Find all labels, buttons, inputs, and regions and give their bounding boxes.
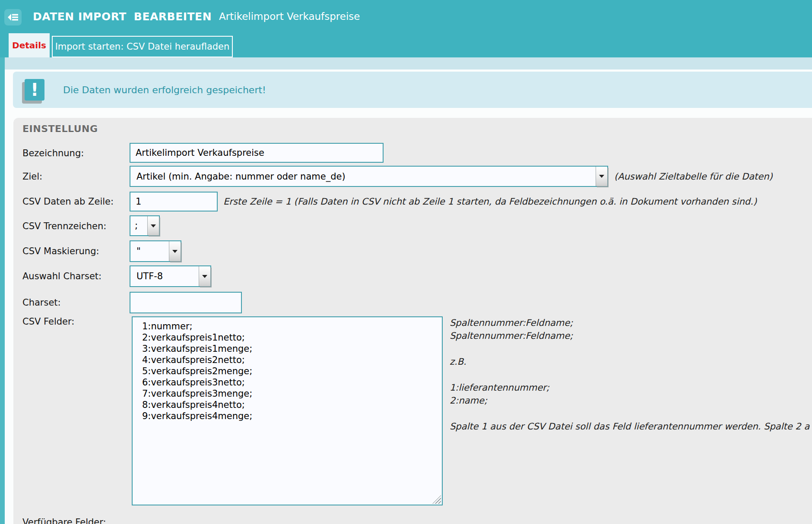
delimiter-select[interactable]: ; [130, 215, 160, 236]
tab-content-divider [5, 57, 812, 69]
available-fields-label: Verfügbare Felder: [22, 517, 106, 524]
hint-line: 2:name; [450, 394, 812, 407]
csv-fields-hint: Spaltennummer:Feldname; Spaltennummer:Fe… [450, 316, 812, 433]
masking-select-value: " [130, 241, 168, 261]
page-title-record: Artikelimport Verkaufspreise [219, 11, 360, 22]
header-bar: DATEN IMPORT BEARBEITEN Artikelimport Ve… [0, 0, 812, 57]
charset-preset-select-value: UTF-8 [130, 266, 198, 286]
csv-fields-textarea[interactable]: 1:nummer; 2:verkaufspreis1netto; 3:verka… [132, 316, 443, 505]
charset-input[interactable] [130, 292, 242, 313]
breadcrumb: DATEN IMPORT BEARBEITEN Artikelimport Ve… [33, 0, 360, 33]
ziel-label: Ziel: [22, 170, 42, 183]
ziel-select[interactable]: Artikel (min. Angabe: nummer oder name_d… [130, 166, 608, 187]
csv-start-row-input[interactable] [130, 192, 218, 211]
hint-line [450, 368, 812, 381]
exclamation-icon: ! [25, 79, 44, 101]
bezeichnung-input[interactable] [130, 143, 384, 163]
charset-preset-select[interactable]: UTF-8 [130, 265, 211, 287]
chevron-down-icon[interactable] [169, 241, 181, 261]
hint-line [450, 342, 812, 355]
hint-line: Spaltennummer:Feldname; [450, 316, 812, 329]
ziel-select-value: Artikel (min. Angabe: nummer oder name_d… [130, 167, 595, 186]
back-to-list-button[interactable] [4, 9, 22, 25]
success-message-text: Die Daten wurden erfolgreich gespeichert… [63, 72, 266, 108]
chevron-down-icon[interactable] [147, 216, 159, 235]
hint-line [450, 407, 812, 420]
hint-line: Spaltennummer:Feldname; [450, 329, 812, 342]
left-border-rail [0, 57, 5, 524]
hint-line: 1:lieferantennummer; [450, 381, 812, 394]
csv-fields-label: CSV Felder: [22, 315, 74, 328]
csv-start-row-hint: Erste Zeile = 1 (Falls Daten in CSV nich… [223, 195, 757, 208]
success-message-box: ! Die Daten wurden erfolgreich gespeiche… [13, 72, 812, 108]
delimiter-label: CSV Trennzeichen: [22, 220, 106, 233]
data-import-edit-page: DATEN IMPORT BEARBEITEN Artikelimport Ve… [0, 0, 812, 524]
back-to-list-icon [7, 12, 19, 22]
charset-label: Charset: [22, 296, 61, 309]
section-title: EINSTELLUNG [22, 123, 98, 134]
ziel-hint: (Auswahl Zieltabelle für die Daten) [614, 170, 773, 183]
page-title-module: DATEN IMPORT [33, 10, 127, 23]
masking-select[interactable]: " [130, 240, 181, 262]
chevron-down-icon[interactable] [199, 266, 210, 286]
charset-preset-label: Auswahl Charset: [22, 270, 102, 283]
hint-line: z.B. [450, 355, 812, 368]
delimiter-select-value: ; [130, 216, 147, 235]
hint-line: Spalte 1 aus der CSV Datei soll das Feld… [450, 420, 812, 433]
masking-label: CSV Maskierung: [22, 245, 99, 258]
csv-start-row-label: CSV Daten ab Zeile: [22, 195, 114, 208]
tab-details[interactable]: Details [9, 33, 50, 57]
bezeichnung-label: Bezeichnung: [22, 147, 84, 160]
tab-import-start-csv-upload[interactable]: Import starten: CSV Datei heraufladen [52, 36, 233, 57]
chevron-down-icon[interactable] [596, 167, 607, 186]
page-title-action: BEARBEITEN [134, 10, 212, 23]
